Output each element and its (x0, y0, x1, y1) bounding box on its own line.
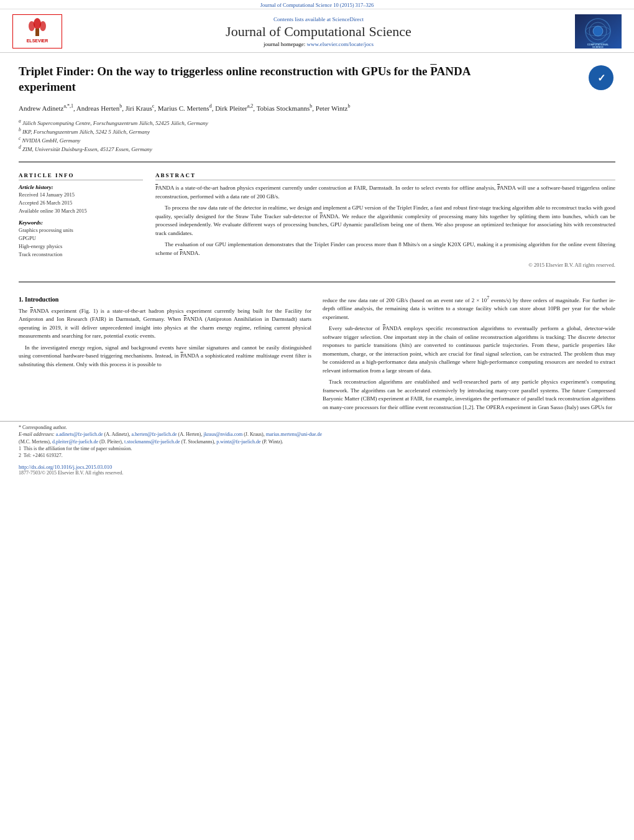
journal-title-block: Contents lists available at ScienceDirec… (62, 16, 575, 47)
journal-thumb-svg: COMPUTATIONAL SCIENCE (575, 14, 622, 48)
keyword-2: GPGPU (19, 234, 143, 242)
affiliation-d: d ZIM, Universität Duisburg-Essen, 45127… (19, 144, 615, 152)
abstract-label: ABSTRACT (155, 172, 615, 180)
received-date: Received 14 January 2015 Accepted 26 Mar… (19, 191, 143, 215)
journal-header: ELSEVIER Contents lists available at Sci… (0, 9, 634, 53)
main-divider (19, 162, 615, 162)
abstract-para-3: The evaluation of our GPU implementation… (155, 241, 615, 257)
doi-url: http://dx.doi.org/10.1016/j.jocs.2015.03… (19, 464, 615, 470)
email-stockmanns[interactable]: t.stockmanns@fz-juelich.de (124, 439, 180, 445)
keyword-4: Track reconstruction (19, 251, 143, 259)
email-adinetz[interactable]: a.adinets@fz-juelich.de (56, 432, 103, 437)
citation-text: Journal of Computational Science 10 (201… (260, 2, 374, 8)
doi-link[interactable]: http://dx.doi.org/10.1016/j.jocs.2015.03… (19, 464, 112, 470)
right-para-1: reduce the raw data rate of 200 GB/s (ba… (323, 295, 615, 322)
keyword-3: High-energy physics (19, 242, 143, 251)
svg-text:✓: ✓ (597, 73, 605, 83)
authors-section: Andrew Adinetza,*,1, Andreas Hertenb, Ji… (0, 101, 634, 116)
article-info-col: ARTICLE INFO Article history: Received 1… (19, 172, 143, 269)
email-mertens[interactable]: marius.mertens@uni-due.de (266, 432, 322, 437)
abstract-text: PANDA is a state-of-the-art hadron physi… (155, 184, 615, 269)
elsevier-logo-svg: ELSEVIER (13, 15, 62, 48)
body-top-divider (19, 282, 615, 282)
elsevier-logo: ELSEVIER (12, 14, 62, 48)
doi-footer: http://dx.doi.org/10.1016/j.jocs.2015.03… (0, 461, 634, 477)
keyword-1: Graphics processing units (19, 226, 143, 234)
body-right-col: reduce the raw data rate of 200 GB/s (ba… (323, 295, 615, 415)
svg-point-3 (40, 21, 46, 31)
email-herten[interactable]: a.herten@fz-juelich.de (131, 432, 177, 437)
right-para-2: Every sub-detector of PANDA employs spec… (323, 325, 615, 375)
citation-bar: Journal of Computational Science 10 (201… (0, 0, 634, 9)
article-info-label: ARTICLE INFO (19, 172, 143, 180)
journal-homepage: journal homepage: www.elsevier.com/locat… (62, 41, 575, 47)
affiliation-b: b IKP, Forschungszentrum Jülich, 5242 5 … (19, 127, 615, 135)
sciencedirect-link[interactable]: ScienceDirect (333, 16, 364, 22)
homepage-label: journal homepage: (264, 41, 306, 47)
doi-issn: 1877-7503/© 2015 Elsevier B.V. All right… (19, 470, 615, 476)
footnote-section: * Corresponding author. E-mail addresses… (0, 421, 634, 461)
email-wintz[interactable]: p.wintz@fz-juelich.de (216, 439, 260, 445)
article-title-section: Triplet Finder: On the way to triggerles… (0, 53, 634, 101)
footnote-2: 2 Tel: +2461 619327. (19, 452, 615, 459)
page: Journal of Computational Science 10 (201… (0, 0, 634, 840)
abstract-para-1: PANDA is a state-of-the-art hadron physi… (155, 184, 615, 201)
affiliations-section: a Jülich Supercomputing Centre, Forschun… (0, 116, 634, 155)
svg-text:SCIENCE: SCIENCE (592, 45, 604, 48)
crossmark-icon[interactable]: ✓ (587, 64, 615, 92)
svg-text:ELSEVIER: ELSEVIER (27, 39, 48, 43)
body-left-col: 1. Introduction The PANDA experiment (Fi… (19, 295, 311, 415)
intro-para-2: In the investigated energy region, signa… (19, 344, 311, 369)
journal-main-title: Journal of Computational Science (62, 24, 575, 40)
history-label: Article history: (19, 184, 143, 190)
body-columns: 1. Introduction The PANDA experiment (Fi… (0, 288, 634, 422)
abstract-col: ABSTRACT PANDA is a state-of-the-art had… (155, 172, 615, 269)
affiliation-c: c NVIDIA GmbH, Germany (19, 136, 615, 144)
info-abstract-row: ARTICLE INFO Article history: Received 1… (0, 168, 634, 275)
homepage-url[interactable]: www.elsevier.com/locate/jocs (307, 41, 374, 47)
keywords-label: Keywords: (19, 219, 143, 226)
copyright-line: © 2015 Elsevier B.V. All rights reserved… (155, 261, 615, 269)
email-kraus[interactable]: jkraus@nvidia.com (203, 432, 242, 437)
email-pleiter[interactable]: d.pleiter@fz-juelich.de (52, 439, 98, 445)
right-para-3: Track reconstruction algorithms are esta… (323, 378, 615, 412)
footnote-1: 1 This is the affiliation for the time o… (19, 445, 615, 452)
svg-rect-4 (35, 29, 39, 36)
abstract-para-2: To process the raw data rate of the dete… (155, 204, 615, 238)
article-title: Triplet Finder: On the way to triggerles… (19, 64, 528, 95)
intro-para-1: The PANDA experiment (Fig. 1) is a state… (19, 307, 311, 341)
affiliation-a: a Jülich Supercomputing Centre, Forschun… (19, 118, 615, 126)
svg-point-1 (34, 18, 41, 29)
svg-point-2 (29, 21, 35, 31)
crossmark-svg: ✓ (587, 64, 615, 92)
corresponding-note: * Corresponding author. (19, 424, 615, 431)
journal-meta: Contents lists available at ScienceDirec… (62, 16, 575, 22)
intro-heading: 1. Introduction (19, 295, 311, 304)
journal-thumbnail: COMPUTATIONAL SCIENCE (575, 14, 622, 48)
authors-line: Andrew Adinetza,*,1, Andreas Hertenb, Ji… (19, 104, 350, 112)
keywords-list: Graphics processing units GPGPU High-ene… (19, 226, 143, 258)
svg-point-9 (593, 26, 603, 36)
email-note: E-mail addresses: a.adinets@fz-juelich.d… (19, 431, 615, 438)
email-note-2: (M.C. Mertens), d.pleiter@fz-juelich.de … (19, 438, 615, 445)
